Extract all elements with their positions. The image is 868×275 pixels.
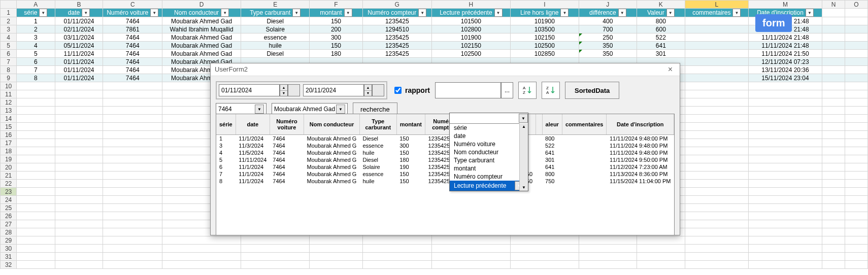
cell[interactable] bbox=[55, 139, 103, 147]
cell[interactable]: 102500 bbox=[431, 50, 510, 58]
listview-header[interactable]: date bbox=[236, 114, 270, 135]
form-button[interactable]: form bbox=[755, 14, 792, 32]
cell[interactable] bbox=[822, 42, 845, 50]
cell[interactable]: essence bbox=[241, 33, 310, 42]
cell[interactable] bbox=[55, 107, 103, 115]
calendar-to-button[interactable] bbox=[372, 84, 384, 96]
cell[interactable] bbox=[748, 180, 822, 188]
row-header[interactable]: 15 bbox=[1, 123, 17, 131]
cell[interactable]: 6 bbox=[17, 58, 55, 66]
cell[interactable] bbox=[748, 139, 822, 147]
cell[interactable] bbox=[822, 236, 845, 245]
cell[interactable] bbox=[748, 82, 822, 90]
dropdown-option[interactable]: Numéro voiture bbox=[450, 140, 528, 148]
cell[interactable] bbox=[17, 196, 55, 204]
listview-row[interactable]: 511/11/20247464Moubarak Ahmed GDiesel180… bbox=[216, 156, 674, 163]
cell[interactable]: 1 bbox=[17, 17, 55, 25]
cell[interactable] bbox=[748, 212, 822, 220]
cell[interactable]: 700 bbox=[579, 25, 637, 33]
cell[interactable] bbox=[17, 171, 55, 180]
cell[interactable] bbox=[103, 204, 162, 212]
cell[interactable] bbox=[103, 90, 162, 98]
cell[interactable]: 250 bbox=[579, 33, 637, 42]
cell[interactable]: 7861 bbox=[103, 25, 162, 33]
userform-titlebar[interactable]: UserForm2 × bbox=[211, 63, 680, 76]
cell[interactable] bbox=[822, 180, 845, 188]
sort-field-combo[interactable] bbox=[435, 82, 501, 98]
cell[interactable] bbox=[845, 253, 867, 261]
listview-header[interactable]: Date d'inscription bbox=[607, 114, 674, 135]
cell[interactable] bbox=[845, 107, 867, 115]
cell[interactable] bbox=[103, 163, 162, 171]
header-cell[interactable]: date▼ bbox=[55, 9, 103, 17]
listview-row[interactable]: 111/1/20247464Moubarak Ahmed GDiesel1501… bbox=[216, 135, 674, 143]
cell[interactable] bbox=[822, 58, 845, 66]
cell[interactable] bbox=[685, 74, 748, 82]
cell[interactable] bbox=[822, 50, 845, 58]
cell[interactable] bbox=[162, 245, 241, 253]
cell[interactable] bbox=[685, 180, 748, 188]
cell[interactable] bbox=[822, 196, 845, 204]
listview-header[interactable]: série bbox=[216, 114, 236, 135]
cell[interactable] bbox=[822, 33, 845, 42]
cell[interactable] bbox=[510, 261, 579, 269]
cell[interactable] bbox=[685, 163, 748, 171]
cell[interactable]: 11/11/2024 21:48 bbox=[748, 42, 822, 50]
cell[interactable] bbox=[845, 131, 867, 139]
cell[interactable]: Moubarak Ahmed Gad bbox=[162, 17, 241, 25]
header-cell[interactable] bbox=[822, 9, 845, 17]
cell[interactable]: 01/11/2024 bbox=[55, 58, 103, 66]
cell[interactable] bbox=[822, 98, 845, 107]
cell[interactable]: Diesel bbox=[241, 17, 310, 25]
cell[interactable] bbox=[822, 115, 845, 123]
cell[interactable] bbox=[685, 253, 748, 261]
row-header[interactable]: 29 bbox=[1, 236, 17, 245]
cell[interactable]: 301 bbox=[637, 50, 685, 58]
cell[interactable]: 11/11/2024 21:48 bbox=[748, 33, 822, 42]
listview-header[interactable]: Type carburant bbox=[359, 114, 396, 135]
cell[interactable] bbox=[685, 58, 748, 66]
cell[interactable] bbox=[17, 163, 55, 171]
column-header[interactable]: L bbox=[685, 1, 748, 9]
cell[interactable] bbox=[17, 98, 55, 107]
cell[interactable] bbox=[17, 90, 55, 98]
cell[interactable] bbox=[685, 82, 748, 90]
cell[interactable]: 03/11/2024 bbox=[55, 33, 103, 42]
cell[interactable] bbox=[579, 253, 637, 261]
column-header[interactable]: F bbox=[310, 1, 363, 9]
cell[interactable] bbox=[748, 147, 822, 155]
row-header[interactable]: 14 bbox=[1, 115, 17, 123]
header-cell[interactable]: série▼ bbox=[17, 9, 55, 17]
cell[interactable] bbox=[17, 261, 55, 269]
cell[interactable]: 7464 bbox=[103, 50, 162, 58]
cell[interactable] bbox=[822, 212, 845, 220]
cell[interactable] bbox=[845, 58, 867, 66]
header-cell[interactable]: Lire hors ligne▼ bbox=[510, 9, 579, 17]
rapport-checkbox[interactable] bbox=[394, 87, 402, 94]
listview-header[interactable]: Numéro voiture bbox=[270, 114, 304, 135]
cell[interactable] bbox=[685, 236, 748, 245]
cell[interactable]: 4 bbox=[17, 42, 55, 50]
cell[interactable] bbox=[822, 74, 845, 82]
row-header[interactable]: 8 bbox=[1, 66, 17, 74]
cell[interactable] bbox=[748, 196, 822, 204]
cell[interactable] bbox=[845, 196, 867, 204]
cell[interactable]: Wahid Ibrahim Muqallid bbox=[162, 25, 241, 33]
cell[interactable] bbox=[685, 115, 748, 123]
cell[interactable] bbox=[685, 90, 748, 98]
dropdown-option[interactable]: série bbox=[450, 124, 528, 132]
cell[interactable]: 11/11/2024 21:50 bbox=[748, 50, 822, 58]
header-cell[interactable]: Numéro voiture▼ bbox=[103, 9, 162, 17]
date-to-input[interactable]: 20/11/2024 bbox=[303, 84, 364, 96]
row-header[interactable]: 10 bbox=[1, 82, 17, 90]
filter-button[interactable]: ▼ bbox=[618, 9, 626, 17]
cell[interactable] bbox=[685, 228, 748, 236]
cell[interactable]: 180 bbox=[310, 50, 363, 58]
listview-header[interactable]: commentaires bbox=[562, 114, 607, 135]
dropdown-scrollbar[interactable]: ▲▼ bbox=[519, 123, 528, 191]
cell[interactable] bbox=[55, 196, 103, 204]
cell[interactable]: Solaire bbox=[241, 25, 310, 33]
cell[interactable] bbox=[685, 147, 748, 155]
filter-button[interactable]: ▼ bbox=[150, 9, 158, 17]
cell[interactable] bbox=[822, 17, 845, 25]
